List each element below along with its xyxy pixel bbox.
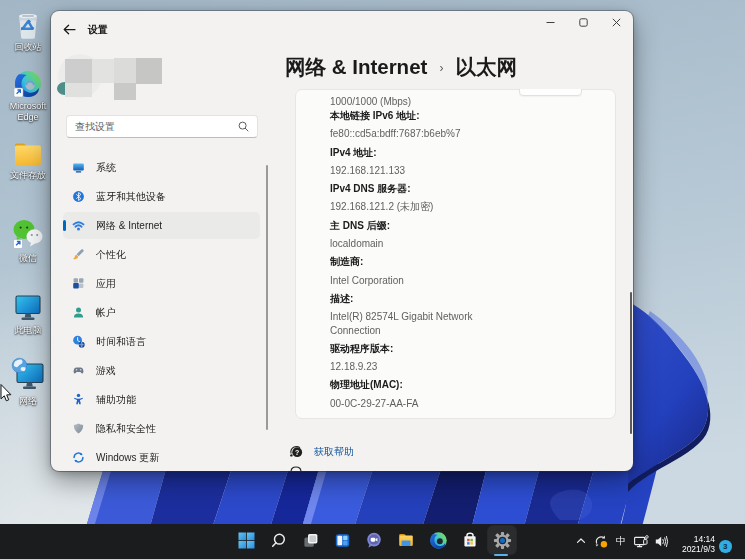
desktop-icon-wechat[interactable]: 微信 (0, 217, 56, 264)
titlebar[interactable]: 设置 (51, 11, 633, 47)
caption-buttons (534, 11, 633, 33)
system-tray: 中 (571, 526, 671, 556)
bluetooth-icon (72, 190, 85, 203)
notification-badge[interactable]: 3 (719, 540, 732, 553)
get-help-label: 获取帮助 (314, 445, 354, 459)
task-view-icon (302, 532, 319, 549)
sidebar-scrollbar[interactable] (266, 165, 268, 430)
sidebar-item-label: 系统 (96, 161, 116, 175)
settings-taskbar-button[interactable] (488, 526, 516, 554)
tray-network-icon[interactable] (631, 528, 651, 554)
sidebar-item-apps[interactable]: 应用 (63, 270, 260, 297)
back-button[interactable] (58, 18, 80, 40)
folder-icon (12, 140, 44, 168)
censor-block (65, 59, 92, 83)
settings-window: 设置 查找设置 (51, 11, 633, 471)
content-scrollbar[interactable] (630, 292, 632, 434)
desktop-icon-label: 回收站 (0, 42, 56, 53)
system-icon (72, 161, 85, 174)
selection-pill (63, 220, 66, 231)
property-value: 192.168.121.133 (330, 164, 488, 177)
property-label: IPv4 DNS 服务器: (330, 182, 488, 195)
sidebar-item-label: 游戏 (96, 364, 116, 378)
tray-volume-icon[interactable] (651, 528, 671, 554)
sidebar-item-gaming[interactable]: 游戏 (63, 357, 260, 384)
breadcrumb-separator-icon: › (427, 61, 455, 75)
task-view-button[interactable] (296, 526, 324, 554)
search-placeholder: 查找设置 (67, 120, 238, 134)
sidebar-item-windows-update[interactable]: Windows 更新 (63, 444, 260, 471)
taskbar-center-icons (232, 526, 516, 554)
sidebar-item-bluetooth[interactable]: 蓝牙和其他设备 (63, 183, 260, 210)
privacy-icon (72, 422, 85, 435)
sidebar-item-time-language[interactable]: 时间和语言 (63, 328, 260, 355)
sidebar-item-label: 时间和语言 (96, 335, 146, 349)
censor-block (136, 58, 162, 84)
edge-button[interactable] (424, 526, 452, 554)
sidebar-item-accounts[interactable]: 帐户 (63, 299, 260, 326)
get-help-link[interactable]: ? 获取帮助 (289, 444, 354, 459)
taskbar-edge-icon (429, 531, 448, 550)
desktop-icon-edge[interactable]: Microsoft Edge (0, 69, 56, 123)
property-label: 描述: (330, 292, 488, 305)
desktop-icon-label: 微信 (0, 253, 56, 264)
link-speed-value: 1000/1000 (Mbps) (330, 95, 488, 108)
property-label: 本地链接 IPv6 地址: (330, 109, 488, 122)
volume-icon (654, 534, 669, 549)
desktop-icon-folder[interactable]: 文件存放 (0, 140, 56, 181)
property-value: Intel(R) 82574L Gigabit Network Connecti… (330, 310, 488, 337)
settings-search-input[interactable]: 查找设置 (66, 115, 258, 138)
clock-date: 2021/9/3 (682, 544, 715, 555)
user-avatar-censored[interactable] (58, 50, 218, 110)
desktop-icon-recycle-bin[interactable]: 回收站 (0, 8, 56, 53)
minimize-icon (546, 18, 555, 27)
get-help-icon: ? (289, 444, 304, 459)
property-value: Intel Corporation (330, 274, 488, 287)
taskbar-clock[interactable]: 14:14 2021/9/3 (682, 534, 715, 555)
sidebar-item-privacy-security[interactable]: 隐私和安全性 (63, 415, 260, 442)
sidebar-item-label: 网络 & Internet (96, 219, 162, 233)
desktop-icon-label: Microsoft Edge (0, 101, 56, 123)
network-pc-icon (10, 356, 46, 394)
property-label: 驱动程序版本: (330, 342, 488, 355)
maximize-button[interactable] (567, 11, 600, 33)
tray-chevron-up-icon[interactable] (571, 528, 591, 554)
close-button[interactable] (600, 11, 633, 33)
settings-gear-icon (493, 531, 512, 550)
clock-time: 14:14 (682, 534, 715, 545)
breadcrumb: 网络 & Internet›以太网 (285, 53, 625, 81)
back-arrow-icon (63, 24, 76, 35)
breadcrumb-root[interactable]: 网络 & Internet (285, 55, 427, 78)
sidebar-item-personalization[interactable]: 个性化 (63, 241, 260, 268)
sidebar-item-label: 辅助功能 (96, 393, 136, 407)
file-explorer-icon (397, 531, 415, 549)
sidebar-item-label: Windows 更新 (96, 451, 159, 465)
file-explorer-button[interactable] (392, 526, 420, 554)
personalization-icon (72, 248, 85, 261)
properties-list: 1000/1000 (Mbps) 本地链接 IPv6 地址: fe80::cd5… (330, 89, 488, 410)
widgets-button[interactable] (328, 526, 356, 554)
property-value: 12.18.9.23 (330, 360, 488, 373)
property-label: 物理地址(MAC): (330, 378, 488, 391)
censor-block (114, 58, 136, 83)
desktop-icon-this-pc[interactable]: 此电脑 (0, 293, 56, 336)
ethernet-status-icon (633, 534, 649, 549)
copy-button[interactable] (519, 89, 582, 96)
sidebar: 查找设置 系统 蓝牙和其 (51, 47, 273, 471)
sidebar-item-accessibility[interactable]: 辅助功能 (63, 386, 260, 413)
chat-button[interactable] (360, 526, 388, 554)
minimize-button[interactable] (534, 11, 567, 33)
sidebar-item-system[interactable]: 系统 (63, 154, 260, 181)
censor-block (65, 83, 92, 97)
tray-sync-notification-icon[interactable] (591, 528, 611, 554)
desktop-icon-label: 此电脑 (0, 325, 56, 336)
store-icon (461, 531, 479, 549)
sidebar-item-network-internet[interactable]: 网络 & Internet (63, 212, 260, 239)
property-value: localdomain (330, 237, 488, 250)
tray-input-method-indicator[interactable]: 中 (611, 528, 631, 554)
feedback-icon[interactable] (290, 466, 302, 471)
start-button[interactable] (232, 526, 260, 554)
search-button[interactable] (264, 526, 292, 554)
store-button[interactable] (456, 526, 484, 554)
content-viewport: 1000/1000 (Mbps) 本地链接 IPv6 地址: fe80::cd5… (283, 89, 625, 471)
